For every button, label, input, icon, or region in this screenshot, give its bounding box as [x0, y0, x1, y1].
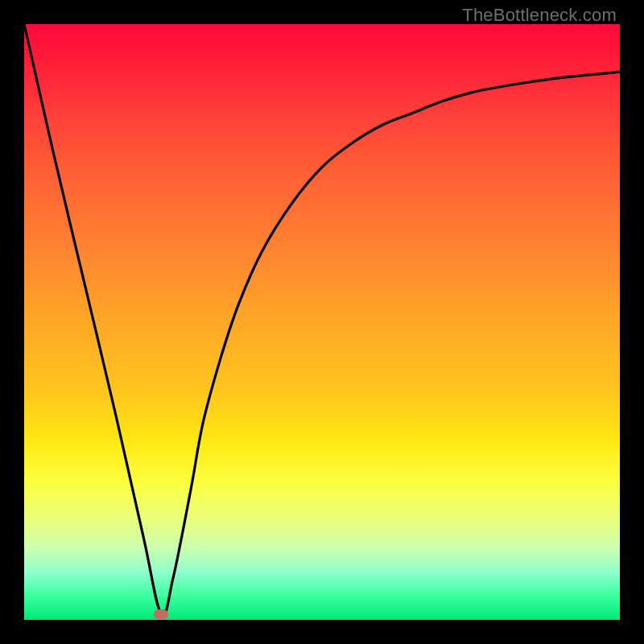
watermark-text: TheBottleneck.com [462, 5, 617, 26]
curve-svg [24, 24, 620, 620]
plot-area [24, 24, 620, 620]
bottleneck-curve [24, 24, 620, 616]
chart-frame: TheBottleneck.com [0, 0, 644, 644]
optimal-point-marker [154, 609, 168, 619]
